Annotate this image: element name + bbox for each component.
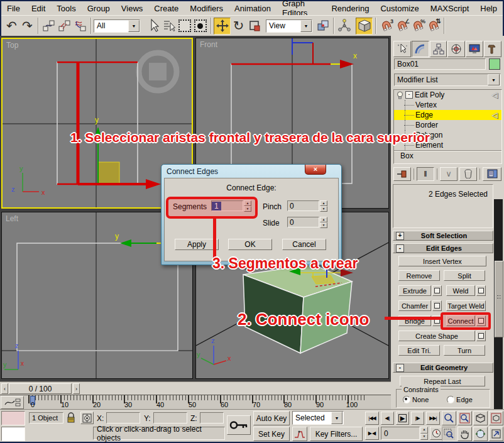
remove-modifier-icon[interactable] [459, 167, 477, 181]
collapse-icon[interactable]: - [396, 244, 404, 253]
pin-stack-icon[interactable] [393, 167, 411, 181]
key-selection-dropdown[interactable]: Selected ▼ [292, 411, 344, 425]
zoom-extents-all-button[interactable] [489, 411, 503, 425]
x-coord-field[interactable] [106, 412, 140, 424]
use-pivot-point-center-icon[interactable] [315, 18, 331, 34]
go-to-start-button[interactable]: |◀◀ [365, 412, 379, 425]
menu-tools[interactable]: Tools [51, 2, 81, 15]
lightbulb-icon[interactable] [397, 91, 403, 99]
go-to-end-button[interactable]: ▶▶| [426, 412, 440, 425]
stack-row-box[interactable]: Box [394, 150, 501, 161]
y-coord-field[interactable] [153, 412, 187, 424]
bind-to-space-warp-icon[interactable] [72, 18, 88, 34]
constraint-edge-radio[interactable]: Edge [447, 396, 473, 403]
zoom-all-button[interactable] [457, 411, 472, 425]
percent-snap-toggle-icon[interactable]: % [410, 18, 425, 34]
set-key-button[interactable]: Set Key [253, 427, 290, 441]
panel-scrollbar[interactable] [494, 199, 503, 409]
time-configuration-button[interactable] [430, 427, 443, 440]
remove-button[interactable]: Remove [398, 270, 440, 281]
constraint-none-radio[interactable]: None [403, 396, 429, 403]
apply-button[interactable]: Apply [175, 239, 219, 250]
select-and-rotate-icon[interactable]: ↻ [231, 18, 246, 34]
unlink-selection-icon[interactable] [57, 18, 72, 34]
frame-spinner[interactable]: ▲▼ [420, 427, 428, 440]
make-unique-icon[interactable]: ∨ [440, 167, 457, 181]
menu-rendering[interactable]: Rendering [326, 2, 375, 15]
window-crossing-toggle-icon[interactable] [192, 18, 208, 34]
chevron-down-icon[interactable]: ▼ [300, 20, 312, 32]
cancel-button[interactable]: Cancel [282, 239, 326, 250]
create-shape-settings-button[interactable] [476, 331, 486, 341]
menu-edit[interactable]: Edit [26, 2, 51, 15]
select-by-name-icon[interactable] [161, 18, 177, 34]
tab-motion[interactable] [447, 41, 465, 57]
configure-modifier-sets-icon[interactable] [483, 167, 501, 181]
tab-display[interactable] [466, 41, 483, 57]
pan-view-button[interactable] [457, 427, 472, 441]
set-keys-button[interactable] [227, 415, 251, 435]
reference-coordinate-dropdown[interactable]: View ▼ [266, 19, 312, 33]
key-mode-toggle-button[interactable]: ▶◀ [365, 427, 379, 440]
slide-spinner[interactable]: ▲▼ [320, 217, 327, 227]
edit-tri-button[interactable]: Edit Tri. [398, 345, 440, 356]
split-button[interactable]: Split [444, 270, 485, 281]
zoom-extents-button[interactable] [473, 411, 488, 425]
menu-group[interactable]: Group [82, 2, 116, 15]
select-object-icon[interactable] [145, 18, 161, 34]
default-in-out-tangent-icon[interactable] [292, 427, 307, 441]
modifier-list-dropdown[interactable]: Modifier List ▼ [394, 74, 501, 86]
turn-button[interactable]: Turn [444, 345, 485, 356]
rollout-edit-geometry[interactable]: -Edit Geometry [393, 363, 493, 373]
extrude-settings-button[interactable] [432, 285, 442, 296]
menu-modifiers[interactable]: Modifiers [184, 2, 229, 15]
tab-hierarchy[interactable] [430, 41, 447, 57]
keyboard-shortcut-override-toggle-icon[interactable] [356, 18, 373, 35]
tab-create[interactable] [393, 41, 411, 57]
pinch-field[interactable]: 0 [287, 200, 319, 211]
rollout-edit-edges[interactable]: -Edit Edges [393, 243, 493, 253]
rectangular-selection-region-icon[interactable] [177, 18, 192, 34]
stack-row-vertex[interactable]: Vertex [394, 100, 501, 110]
chevron-down-icon[interactable]: ▼ [488, 74, 500, 85]
auto-key-button[interactable]: Auto Key [253, 411, 290, 425]
insert-vertex-button[interactable]: Insert Vertex [398, 256, 486, 266]
weld-button[interactable]: Weld [446, 285, 475, 296]
panel-scrollbar-thumb[interactable] [495, 261, 503, 337]
repeat-last-button[interactable]: Repeat Last [400, 376, 485, 386]
target-weld-button[interactable]: Target Weld [446, 300, 486, 311]
chevron-down-icon[interactable]: ▼ [331, 412, 342, 424]
zoom-button[interactable] [442, 411, 456, 425]
rollout-soft-selection[interactable]: +Soft Selection [393, 231, 493, 241]
arc-rotate-button[interactable] [473, 427, 488, 441]
extrude-button[interactable]: Extrude [398, 285, 431, 296]
collapse-box-icon[interactable]: - [405, 91, 413, 99]
current-frame-field[interactable]: 0 [381, 427, 420, 440]
menu-maxscript[interactable]: MAXScript [425, 2, 474, 15]
time-slider-prev-icon[interactable]: ‹ [1, 383, 8, 394]
slide-field[interactable]: 0 [287, 217, 319, 227]
open-mini-curve-editor-button[interactable] [1, 396, 24, 409]
chamfer-settings-button[interactable] [432, 300, 442, 311]
menu-help[interactable]: Help [474, 2, 503, 15]
track-bar[interactable]: 0 10 20 30 40 50 60 70 80 90 100 [0, 395, 391, 409]
weld-settings-button[interactable] [476, 285, 486, 296]
selection-filter-dropdown[interactable]: All ▼ [94, 19, 140, 33]
chamfer-button[interactable]: Chamfer [398, 300, 431, 311]
menu-customize[interactable]: Customize [375, 2, 424, 15]
show-end-result-icon[interactable]: ‖ [417, 167, 434, 181]
select-and-move-icon[interactable] [214, 18, 231, 35]
snaps-toggle-icon[interactable]: 3 [378, 18, 394, 34]
menu-animation[interactable]: Animation [229, 2, 277, 15]
spinner-snap-toggle-icon[interactable]: ⇅ [425, 18, 441, 34]
menu-file[interactable]: File [1, 2, 26, 15]
maxscript-mini-listener-pink[interactable] [1, 411, 25, 425]
maxscript-mini-listener-white[interactable] [1, 427, 25, 441]
object-color-swatch[interactable] [489, 58, 500, 70]
time-slider-handle[interactable]: 0 / 100 [9, 383, 72, 394]
dialog-close-button[interactable]: × [305, 165, 326, 175]
stack-row-edge[interactable]: Edge◁ [394, 110, 501, 120]
expand-icon[interactable]: + [396, 232, 404, 240]
tab-utilities[interactable] [484, 41, 501, 57]
tab-modify[interactable] [412, 41, 429, 57]
